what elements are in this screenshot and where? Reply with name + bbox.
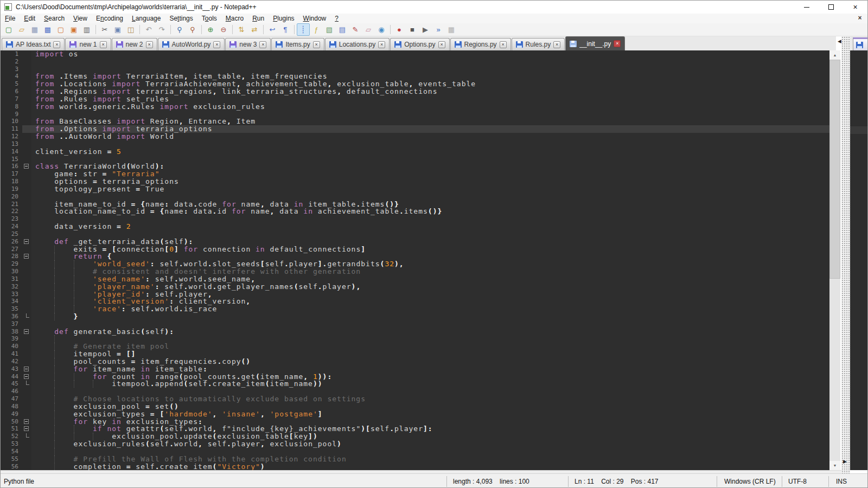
fold-collapse-icon[interactable] bbox=[24, 374, 29, 379]
tab-close-icon[interactable]: × bbox=[213, 41, 220, 48]
code-line[interactable]: 19topology_present = True bbox=[1, 185, 829, 193]
line-number[interactable]: 43 bbox=[1, 365, 22, 373]
menu-language[interactable]: Language bbox=[127, 14, 165, 23]
line-number[interactable]: 56 bbox=[1, 463, 22, 470]
save-all-button[interactable]: ▩ bbox=[41, 23, 54, 36]
line-number[interactable]: 19 bbox=[1, 185, 22, 193]
undo-button[interactable]: ↶ bbox=[142, 23, 155, 36]
tab-new-1[interactable]: new 1× bbox=[65, 38, 111, 50]
code-line[interactable]: 43for item_name in item_table: bbox=[1, 365, 829, 373]
tab-options-py[interactable]: Options.py× bbox=[390, 38, 449, 50]
scrollbar-thumb[interactable] bbox=[829, 60, 840, 279]
tab-close-icon[interactable]: × bbox=[500, 41, 507, 48]
code-line[interactable]: 22location_name_to_id = {name: data.id f… bbox=[1, 208, 829, 215]
code-line[interactable]: 18options = terraria_options bbox=[1, 178, 829, 185]
line-number[interactable]: 33 bbox=[1, 291, 22, 298]
code-line[interactable]: 10from BaseClasses import Region, Entran… bbox=[1, 118, 829, 125]
menu-macro[interactable]: Macro bbox=[221, 14, 248, 23]
fold-margin[interactable] bbox=[22, 313, 31, 320]
fold-collapse-icon[interactable] bbox=[24, 164, 29, 169]
macro-save-button[interactable]: ▦ bbox=[445, 23, 458, 36]
code-line[interactable]: 27exits = [connection[0] for connection … bbox=[1, 246, 829, 253]
code-line[interactable]: 50for key in exclusion_types: bbox=[1, 418, 829, 426]
tab-close-icon[interactable]: × bbox=[614, 40, 621, 47]
fold-collapse-icon[interactable] bbox=[24, 254, 29, 259]
code-line[interactable]: 8from worlds.generic.Rules import exclus… bbox=[1, 103, 829, 111]
code-line[interactable]: 39 bbox=[1, 335, 829, 343]
document-map-button[interactable]: ▧ bbox=[323, 23, 336, 36]
show-indent-guide-button[interactable]: ┊ bbox=[297, 23, 310, 36]
close-all-button[interactable]: ▣ bbox=[67, 23, 80, 36]
fold-margin[interactable] bbox=[22, 253, 31, 260]
line-number[interactable]: 50 bbox=[1, 418, 22, 426]
line-number[interactable]: 11 bbox=[1, 125, 22, 133]
close-button[interactable]: ▢ bbox=[54, 23, 67, 36]
line-number[interactable]: 4 bbox=[1, 73, 22, 80]
copy-button[interactable]: ▣ bbox=[111, 23, 124, 36]
line-number[interactable]: 17 bbox=[1, 170, 22, 178]
code-line[interactable]: 56completion = self.create_item("Victory… bbox=[1, 463, 829, 470]
print-button[interactable]: ▥ bbox=[80, 23, 93, 36]
code-line[interactable]: 2 bbox=[1, 58, 829, 66]
line-number[interactable]: 29 bbox=[1, 260, 22, 268]
menu-tools[interactable]: Tools bbox=[197, 14, 221, 23]
fold-margin[interactable] bbox=[22, 425, 31, 433]
code-line[interactable]: 11from .Options import terraria_options bbox=[1, 125, 829, 133]
code-line[interactable]: 5from .Locations import TerrariaAchievem… bbox=[1, 80, 829, 88]
open-button[interactable]: ▱ bbox=[15, 23, 28, 36]
line-number[interactable]: 41 bbox=[1, 350, 22, 358]
fold-collapse-icon[interactable] bbox=[24, 419, 29, 424]
line-number[interactable]: 12 bbox=[1, 133, 22, 140]
zoom-in-button[interactable]: ⊕ bbox=[204, 23, 217, 36]
macro-play-button[interactable]: ▶ bbox=[419, 23, 432, 36]
line-number[interactable]: 37 bbox=[1, 320, 22, 328]
code-line[interactable]: 29'world_seed': self.world.slot_seeds[se… bbox=[1, 260, 829, 268]
fold-collapse-icon[interactable] bbox=[24, 239, 29, 244]
fold-margin[interactable] bbox=[22, 418, 31, 426]
menu-file[interactable]: File bbox=[1, 14, 20, 23]
line-number[interactable]: 39 bbox=[1, 335, 22, 343]
code-line[interactable]: 48exclusion_pool = set() bbox=[1, 403, 829, 410]
fold-margin[interactable] bbox=[22, 163, 31, 170]
code-line[interactable]: 21item_name_to_id = {name: data.code for… bbox=[1, 201, 829, 208]
menu-encoding[interactable]: Encoding bbox=[92, 14, 127, 23]
line-number[interactable]: 46 bbox=[1, 388, 22, 395]
line-number[interactable]: 38 bbox=[1, 328, 22, 336]
line-number[interactable]: 5 bbox=[1, 80, 22, 88]
code-line[interactable]: 6from .Regions import terraria_regions, … bbox=[1, 88, 829, 95]
monitoring-button[interactable]: ◉ bbox=[375, 23, 388, 36]
file-edit-button[interactable]: ✎ bbox=[349, 23, 362, 36]
line-number[interactable]: 18 bbox=[1, 178, 22, 185]
line-number[interactable]: 42 bbox=[1, 358, 22, 365]
redo-button[interactable]: ↷ bbox=[155, 23, 168, 36]
code-line[interactable]: 23 bbox=[1, 215, 829, 223]
line-number[interactable]: 49 bbox=[1, 410, 22, 418]
code-line[interactable]: 34'client_version': client_version, bbox=[1, 298, 829, 305]
fold-collapse-icon[interactable] bbox=[24, 329, 29, 334]
code-line[interactable]: 49exclusion_types = ['hardmode', 'insane… bbox=[1, 410, 829, 418]
code-line[interactable]: 37 bbox=[1, 320, 829, 328]
fold-collapse-icon[interactable] bbox=[24, 367, 29, 371]
fold-margin[interactable] bbox=[22, 373, 31, 381]
document-list-button[interactable]: ▤ bbox=[336, 23, 349, 36]
tab-close-icon[interactable]: × bbox=[553, 41, 560, 48]
line-number[interactable]: 51 bbox=[1, 425, 22, 433]
line-number[interactable]: 25 bbox=[1, 230, 22, 238]
line-number[interactable]: 1 bbox=[1, 50, 22, 58]
code-line[interactable]: 14client_version = 5 bbox=[1, 148, 829, 156]
code-line[interactable]: 42pool_counts = item_frequencies.copy() bbox=[1, 358, 829, 365]
zoom-out-button[interactable]: ⊖ bbox=[217, 23, 230, 36]
menu-settings[interactable]: Settings bbox=[165, 14, 197, 23]
menu-help[interactable]: ? bbox=[330, 14, 343, 23]
line-number[interactable]: 45 bbox=[1, 380, 22, 388]
tab-close-icon[interactable]: × bbox=[378, 41, 385, 48]
line-number[interactable]: 55 bbox=[1, 455, 22, 463]
restore-button[interactable] bbox=[819, 1, 843, 14]
code-line[interactable]: 40# Generate item pool bbox=[1, 343, 829, 350]
code-line[interactable]: 24data_version = 2 bbox=[1, 223, 829, 230]
line-number[interactable]: 48 bbox=[1, 403, 22, 410]
line-number[interactable]: 52 bbox=[1, 433, 22, 440]
code-line[interactable]: 38def generate_basic(self): bbox=[1, 328, 829, 336]
line-number[interactable]: 30 bbox=[1, 268, 22, 275]
menu-edit[interactable]: Edit bbox=[20, 14, 40, 23]
